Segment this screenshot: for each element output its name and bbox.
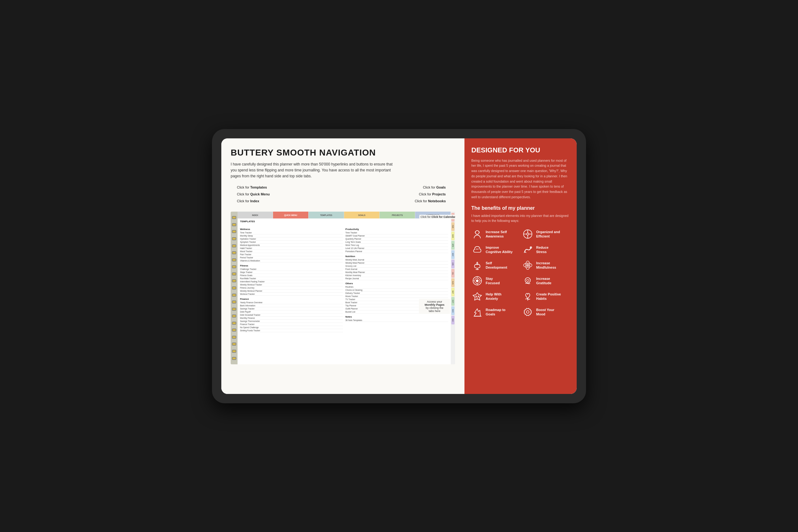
side-tab-nov[interactable]: NOV [451, 306, 455, 315]
benefit-stress: ReduceStress [522, 244, 570, 255]
svg-point-23 [478, 296, 479, 297]
side-tab-may[interactable]: MAY [451, 250, 455, 259]
cognitive-icon [471, 244, 483, 255]
side-tab-jul[interactable]: JUL [451, 269, 455, 278]
nav-label-projects[interactable]: Click for Projects [415, 192, 446, 196]
stress-icon [522, 244, 534, 255]
spiral-ring [232, 258, 236, 262]
benefit-gratitude: IncreaseGratitude [522, 275, 570, 287]
spiral-ring [232, 336, 236, 339]
templates-content: TEMPLATES [238, 218, 451, 226]
right-nav-labels: Click for Goals Click for Projects Click… [415, 186, 446, 210]
mindfulness-icon [522, 259, 534, 271]
svg-point-13 [527, 265, 528, 266]
left-nav-labels: Click for Templates Click for Quick Menu… [237, 186, 270, 210]
organized-icon [522, 228, 534, 240]
tab-bar: INDEX QUICK MENU TEMPLATES GOALS PROJECT… [238, 212, 451, 218]
nav-label-templates[interactable]: Click for Templates [237, 186, 270, 189]
category-wellness: Wellness [240, 228, 343, 231]
self-awareness-icon [471, 228, 483, 240]
benefit-label-focused: StayFocused [486, 277, 500, 285]
spiral-ring [232, 301, 236, 304]
spiral-ring [232, 223, 236, 226]
benefit-goals: Roadmap toGoals [471, 306, 519, 318]
category-notes: Notes [345, 316, 448, 318]
benefit-label-development: SelfDevelopment [486, 261, 507, 270]
nav-label-index[interactable]: Click for Index [237, 199, 270, 203]
benefits-subtitle: I have added important elements into my … [471, 213, 570, 224]
tab-goals[interactable]: GOALS [344, 212, 380, 218]
templates-left-col: Wellness Time Tracker Monthly Sleep Hydr… [240, 226, 343, 359]
svg-point-22 [476, 296, 477, 297]
benefit-organized: Organized andEfficient [522, 228, 570, 240]
side-tab-feb[interactable]: FEB [451, 222, 455, 231]
benefit-label-gratitude: IncreaseGratitude [536, 277, 551, 285]
gratitude-icon [522, 275, 534, 287]
benefit-label-stress: ReduceStress [536, 245, 549, 254]
benefit-label-mood: Boost YourMood [536, 308, 554, 317]
benefits-grid: Increase SelfAwareness Organized andEffi… [471, 228, 570, 318]
benefit-cognitive: ImproveCognitive Ability [471, 244, 519, 255]
svg-point-21 [525, 278, 531, 283]
tab-quickmenu[interactable]: QUICK MENU [273, 212, 309, 218]
spiral-ring [232, 328, 236, 331]
benefit-label-habits: Create PositiveHabits [536, 292, 561, 301]
spiral-ring [232, 308, 236, 311]
side-tab-oct[interactable]: OCT [451, 297, 455, 306]
category-productivity: Productivity [345, 228, 448, 231]
svg-point-0 [475, 231, 479, 234]
category-others: Others [345, 282, 448, 285]
svg-point-25 [527, 311, 529, 314]
side-tabs: JAN FEB MAR APR MAY JUN JUL AUG SEP OCT … [451, 212, 455, 364]
tablet-screen: BUTTERY SMOOTH NAVIGATION I have careful… [221, 138, 577, 394]
tab-templates[interactable]: TEMPLATES [309, 212, 344, 218]
nav-label-quickmenu[interactable]: Click for Quick Menu [237, 192, 270, 196]
spiral-ring [232, 315, 236, 318]
calendar-label[interactable]: Click for Click for Calendar [419, 215, 455, 219]
mood-icon [522, 306, 534, 318]
spiral-ring [232, 343, 236, 346]
spiral-ring [232, 265, 236, 268]
focused-icon [471, 275, 483, 287]
spiral-ring [232, 272, 236, 276]
category-nutrition: Nutrition [345, 255, 448, 258]
benefit-anxiety: Help WithAnxiety [471, 290, 519, 302]
left-heading: BUTTERY SMOOTH NAVIGATION [231, 148, 455, 158]
side-tab-sep[interactable]: SEP [451, 288, 455, 297]
benefit-label-self-awareness: Increase SelfAwareness [486, 230, 507, 239]
spiral-ring [232, 286, 236, 289]
benefit-self-awareness: Increase SelfAwareness [471, 228, 519, 240]
benefit-label-cognitive: ImproveCognitive Ability [486, 245, 512, 254]
benefit-label-mindfulness: IncreaseMindfulness [536, 261, 556, 270]
nav-label-notebooks[interactable]: Click for Notebooks [415, 199, 446, 203]
side-tab-jun[interactable]: JUN [451, 260, 455, 268]
notebook-content: INDEX QUICK MENU TEMPLATES GOALS PROJECT… [238, 212, 451, 364]
benefit-mindfulness: IncreaseMindfulness [522, 259, 570, 271]
notebook-area: INDEX QUICK MENU TEMPLATES GOALS PROJECT… [231, 212, 455, 364]
spiral-binding [231, 212, 238, 364]
benefit-focused: StayFocused [471, 275, 519, 287]
anxiety-icon [471, 290, 483, 302]
tab-projects[interactable]: PROJECTS [380, 212, 415, 218]
side-tab-aug[interactable]: AUG [451, 278, 455, 287]
monthly-pages-label: Access your Monthly Pages by clicking th… [419, 299, 450, 314]
side-tab-apr[interactable]: APR [451, 241, 455, 250]
benefit-label-anxiety: Help WithAnxiety [486, 292, 501, 301]
side-tab-dec[interactable]: DEC [451, 316, 455, 324]
templates-right-col: Productivity Time Tracker SMART Goal Pla… [345, 226, 448, 359]
benefit-development: SelfDevelopment [471, 259, 519, 271]
spiral-ring [232, 279, 236, 282]
spiral-ring [232, 322, 236, 325]
tab-index[interactable]: INDEX [238, 212, 273, 218]
svg-point-2 [527, 233, 529, 235]
benefit-label-goals: Roadmap toGoals [486, 308, 506, 317]
left-subtitle: I have carefully designed this planner w… [231, 162, 393, 179]
side-tab-mar[interactable]: MAR [451, 231, 455, 240]
spiral-ring [232, 230, 236, 233]
spiral-ring [232, 244, 236, 247]
right-heading: DESIGNED FOR YOU [471, 146, 570, 154]
spiral-ring [232, 237, 236, 240]
spiral-ring [232, 350, 236, 353]
right-intro: Being someone who has journalled and use… [471, 158, 570, 200]
nav-label-goals[interactable]: Click for Goals [415, 186, 446, 189]
